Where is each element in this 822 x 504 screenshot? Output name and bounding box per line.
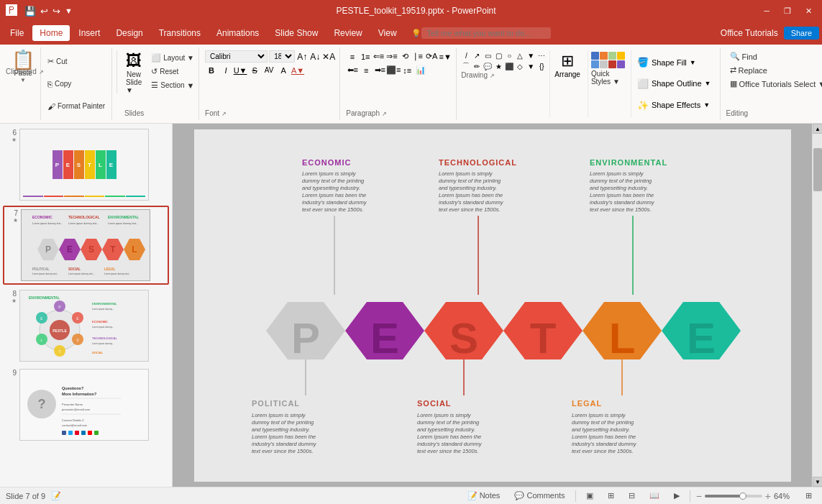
normal-view-button[interactable]: ▣ [582, 490, 598, 501]
new-slide-button[interactable]: 🖼 New Slide ▼ [124, 50, 143, 96]
redo-icon[interactable]: ↪ [52, 6, 60, 17]
font-size-select[interactable]: 18 [269, 50, 295, 63]
align-text-button[interactable]: ≡▼ [439, 50, 452, 63]
comments-button[interactable]: 💬 Comments [510, 490, 569, 501]
decrease-indent-button[interactable]: ⇐≡ [373, 50, 385, 63]
zoom-out-button[interactable]: − [696, 490, 702, 502]
select-button[interactable]: ▦ Office TutorialsSelect ▼ [726, 78, 812, 90]
shape-line[interactable]: / [461, 50, 471, 60]
presenter-view-button[interactable]: ▶ [670, 490, 684, 501]
slide-thumb-7[interactable]: P E S T L ECONOMIC Lorem ipsum [21, 209, 150, 281]
paste-button[interactable]: 📋 Paste ▼ [6, 47, 41, 120]
scroll-up-button[interactable]: ▲ [813, 124, 822, 134]
replace-button[interactable]: ⇄ Replace [726, 64, 812, 76]
underline-button[interactable]: U▼ [234, 64, 247, 76]
menu-animations[interactable]: Animations [209, 25, 266, 41]
strikethrough-button[interactable]: S [248, 64, 261, 76]
shape-curve[interactable]: ⌒ [461, 61, 471, 71]
column-button[interactable]: ∣≡ [412, 50, 424, 63]
layout-button[interactable]: ⬜ Layout ▼ [147, 52, 198, 64]
menu-transitions[interactable]: Transitions [152, 25, 208, 41]
menu-review[interactable]: Review [326, 25, 369, 41]
section-button[interactable]: ☰ Section▼ [147, 79, 198, 91]
slide-thumb-6[interactable]: P E S T L E [19, 129, 149, 201]
office-tutorials-link[interactable]: Office Tutorials [721, 28, 778, 38]
tell-me-input[interactable] [421, 27, 551, 39]
zoom-slider-thumb[interactable] [739, 492, 746, 500]
slide-thumb-8[interactable]: ENVIRONMENTAL PESTLE P E S T L [19, 290, 149, 362]
customize-icon[interactable]: ▼ [65, 6, 73, 15]
save-icon[interactable]: 💾 [24, 6, 36, 17]
font-size-decrease-button[interactable]: A↓ [309, 50, 321, 63]
restore-button[interactable]: ❐ [780, 5, 795, 17]
zoom-slider-track[interactable] [705, 495, 762, 498]
shape-effects-button[interactable]: ✨ Shape Effects▼ [634, 99, 714, 111]
menu-design[interactable]: Design [109, 25, 150, 41]
svg-text:ENVIRONMENTAL: ENVIRONMENTAL [92, 302, 117, 306]
share-button[interactable]: Share [784, 27, 819, 40]
shape-rounded[interactable]: ▢ [493, 50, 503, 60]
increase-indent-button[interactable]: ⇒≡ [385, 50, 398, 63]
shape-rect[interactable]: ▭ [483, 50, 493, 60]
align-center-button[interactable]: ≡ [360, 64, 373, 76]
menu-slideshow[interactable]: Slide Show [268, 25, 325, 41]
char-spacing-button[interactable]: AV [262, 64, 275, 76]
justify-button[interactable]: ⬛≡ [387, 64, 400, 76]
fit-to-window-button[interactable]: ⊞ [801, 490, 816, 501]
shape-arrow[interactable]: ↗ [472, 50, 482, 60]
italic-button[interactable]: I [219, 64, 232, 76]
slide-thumb-9[interactable]: ? Questions? More Information? Presenter… [19, 369, 149, 441]
menu-file[interactable]: File [3, 25, 31, 41]
shape-fill-button[interactable]: 🪣 Shape Fill▼ [634, 56, 714, 68]
shape-brace[interactable]: {} [536, 61, 547, 71]
shape-down-arrow[interactable]: ▼ [526, 61, 536, 71]
reading-view-button[interactable]: 📖 [645, 490, 664, 501]
copy-button[interactable]: ⎘ Copy [44, 78, 109, 90]
smartart-button[interactable]: 📊 [414, 64, 427, 76]
font-shadow-button[interactable]: A [277, 64, 290, 76]
shape-callout[interactable]: 💬 [483, 61, 493, 71]
find-button[interactable]: 🔍 Find [726, 50, 812, 63]
undo-icon[interactable]: ↩ [40, 6, 48, 17]
arrange-button[interactable]: ⊞ Arrange [554, 52, 580, 78]
font-color-button[interactable]: A▼ [291, 64, 304, 76]
align-left-button[interactable]: ⬅≡ [346, 64, 359, 76]
notes-button[interactable]: 📝 Notes [463, 490, 505, 501]
shape-tri[interactable]: △ [515, 50, 525, 60]
shape-oval[interactable]: ○ [504, 50, 514, 60]
cut-button[interactable]: ✂ Cut [44, 55, 109, 68]
numbered-button[interactable]: 1≡ [360, 50, 372, 63]
bold-button[interactable]: B [205, 64, 218, 76]
bullets-button[interactable]: ≡ [346, 50, 358, 63]
shape-outline-button[interactable]: ⬜ Shape Outline▼ [634, 78, 714, 90]
scroll-thumb[interactable] [813, 148, 822, 191]
format-painter-button[interactable]: 🖌 Format Painter [44, 101, 109, 112]
shape-star[interactable]: ★ [493, 61, 503, 71]
scroll-down-button[interactable]: ▼ [813, 477, 822, 487]
text-direction-button[interactable]: ⟳A [425, 50, 438, 63]
slide-sorter-button[interactable]: ⊟ [624, 490, 639, 501]
reset-button[interactable]: ↺ Reset [147, 65, 198, 78]
main-slide[interactable]: ECONOMIC Lorem Ipsum is simply dummy tex… [194, 129, 791, 482]
close-button[interactable]: ✕ [801, 5, 816, 17]
zoom-level[interactable]: 64% [774, 492, 795, 500]
minimize-button[interactable]: ─ [759, 5, 774, 17]
shape-block[interactable]: ⬛ [504, 61, 514, 71]
shape-diamond[interactable]: ◇ [515, 61, 525, 71]
shape-freeform[interactable]: ✏ [472, 61, 482, 71]
menu-home[interactable]: Home [32, 25, 70, 41]
line-spacing-button[interactable]: ↕≡ [401, 64, 414, 76]
clear-formatting-button[interactable]: ✕A [322, 50, 335, 63]
font-family-select[interactable]: Calibri [205, 50, 268, 63]
menu-insert[interactable]: Insert [71, 25, 107, 41]
font-size-increase-button[interactable]: A↑ [296, 50, 308, 63]
quick-styles-button[interactable]: Quick Styles ▼ [588, 50, 628, 117]
svg-text:Questions?: Questions? [62, 386, 84, 390]
smart-convert-button[interactable]: ⟲ [399, 50, 411, 63]
outline-view-button[interactable]: ⊞ [603, 490, 618, 501]
shape-more[interactable]: ▼ [526, 50, 536, 60]
shape-extra[interactable]: ⋯ [536, 50, 547, 60]
zoom-in-button[interactable]: + [765, 490, 771, 502]
align-right-button[interactable]: ➡≡ [373, 64, 386, 76]
menu-view[interactable]: View [371, 25, 404, 41]
